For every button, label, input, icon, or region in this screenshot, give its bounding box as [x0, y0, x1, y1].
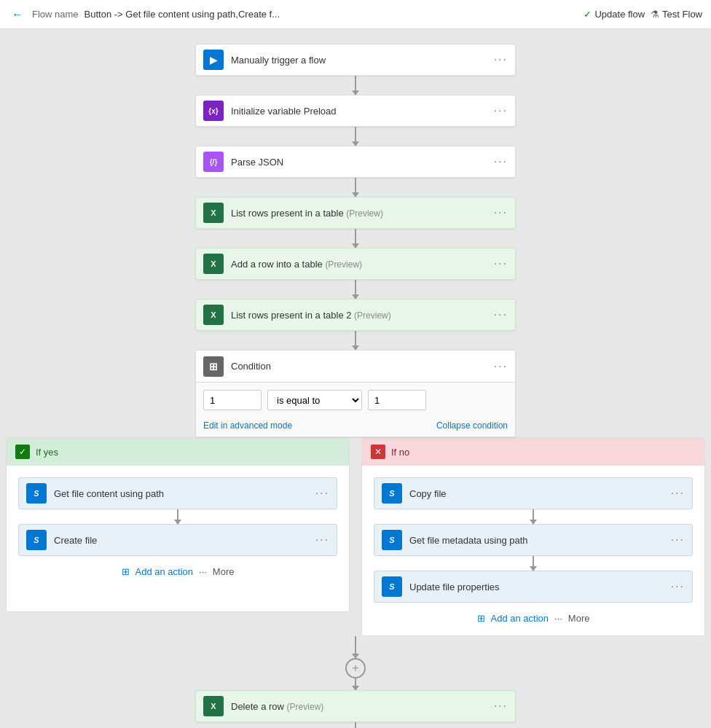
step-list-rows-1: X List rows present in a table (Preview)… — [195, 197, 516, 248]
connector-7 — [355, 722, 356, 728]
step-menu-parse-json[interactable]: ··· — [494, 155, 508, 168]
step-card-delete-row[interactable]: X Delete a row (Preview) ··· — [195, 690, 516, 722]
connector-4 — [355, 229, 356, 248]
update-flow-button[interactable]: ✓ Update flow — [584, 9, 645, 20]
test-flow-button[interactable]: ⚗ Test Flow — [651, 9, 702, 20]
step-card-parse-json[interactable]: {/} Parse JSON ··· — [195, 146, 516, 178]
flow-name-label: Flow name — [32, 9, 79, 20]
step-icon-create-file: S — [26, 530, 47, 550]
condition-menu[interactable]: ··· — [494, 360, 508, 373]
step-icon-list-rows-1: X — [203, 203, 224, 223]
step-menu-list-rows-2[interactable]: ··· — [494, 308, 508, 321]
step-list-rows-2: X List rows present in a table 2 (Previe… — [195, 299, 516, 350]
step-label-parse-json: Parse JSON — [231, 157, 487, 168]
step-icon-add-row: X — [203, 254, 224, 274]
step-icon-get-metadata: S — [382, 530, 402, 550]
flow-title: Button -> Get file content using path,Cr… — [85, 9, 280, 20]
step-menu-add-row[interactable]: ··· — [494, 257, 508, 270]
condition-card: ⊞ Condition ··· is equal to is not equal… — [195, 350, 516, 437]
step-menu-delete-row[interactable]: ··· — [494, 700, 508, 713]
step-menu-list-rows-1[interactable]: ··· — [494, 206, 508, 219]
add-action-icon-no: ⊞ — [477, 613, 485, 624]
add-action-row-no: ⊞ Add an action ··· More — [477, 613, 590, 624]
step-get-file-content[interactable]: S Get file content using path ··· — [18, 477, 337, 509]
step-label-add-row: Add a row into a table (Preview) — [231, 259, 487, 270]
branch-yes-label: If yes — [36, 447, 58, 458]
condition-left-input[interactable] — [203, 390, 262, 410]
branch-yes-panel: ✓ If yes S Get file content using path ·… — [6, 437, 350, 612]
condition-right-input[interactable] — [368, 390, 426, 410]
branch-no-header: ✕ If no — [362, 438, 704, 466]
step-copy-file[interactable]: S Copy file ··· — [374, 477, 693, 509]
condition-body: is equal to is not equal to is greater t… — [196, 383, 515, 418]
step-label-update-props: Update file properties — [409, 582, 664, 592]
init-var-icon: {x} — [208, 107, 218, 115]
add-action-yes-link[interactable]: Add an action — [135, 566, 194, 577]
excel-icon-1: X — [211, 208, 216, 217]
step-icon-list-rows-2: X — [203, 305, 224, 325]
condition-block: ⊞ Condition ··· is equal to is not equal… — [195, 350, 516, 437]
step-label-delete-row: Delete a row (Preview) — [231, 701, 487, 712]
more-yes-link[interactable]: More — [213, 566, 235, 577]
step-menu-get-file[interactable]: ··· — [315, 487, 329, 500]
add-action-icon-yes: ⊞ — [122, 566, 130, 577]
branch-container: ✓ If yes S Get file content using path ·… — [6, 437, 705, 636]
add-action-no-link[interactable]: Add an action — [491, 613, 549, 624]
branch-no-label: If no — [391, 447, 409, 458]
step-menu-init-variable[interactable]: ··· — [494, 104, 508, 117]
step-card-add-row[interactable]: X Add a row into a table (Preview) ··· — [195, 248, 516, 280]
condition-icon: ⊞ — [203, 356, 224, 377]
condition-label: Condition — [231, 361, 487, 372]
step-menu-create-file[interactable]: ··· — [315, 533, 329, 547]
collapse-condition-link[interactable]: Collapse condition — [436, 420, 508, 431]
step-label-get-metadata: Get file metadata using path — [409, 535, 664, 546]
connector-6 — [355, 331, 356, 350]
step-icon-copy-file: S — [382, 483, 402, 504]
step-create-file[interactable]: S Create file ··· — [18, 524, 337, 556]
sp-icon-3: S — [389, 489, 394, 498]
step-get-file-metadata[interactable]: S Get file metadata using path ··· — [374, 524, 693, 556]
add-action-row-yes: ⊞ Add an action ··· More — [122, 566, 235, 577]
step-icon-parse-json: {/} — [203, 152, 224, 172]
back-button[interactable]: ← — [9, 5, 26, 24]
step-menu-copy-file[interactable]: ··· — [671, 487, 685, 500]
sp-icon-4: S — [389, 536, 394, 544]
branch-no-icon: ✕ — [371, 445, 385, 459]
step-menu-get-metadata[interactable]: ··· — [671, 533, 685, 547]
connector-5 — [355, 280, 356, 299]
step-menu-update-props[interactable]: ··· — [671, 580, 685, 593]
step-card-init-variable[interactable]: {x} Initialize variable Preload ··· — [195, 95, 516, 127]
step-init-variable: {x} Initialize variable Preload ··· — [195, 95, 516, 146]
condition-links: Edit in advanced mode Collapse condition — [196, 418, 515, 437]
sp-icon-1: S — [34, 489, 39, 498]
step-parse-json: {/} Parse JSON ··· — [195, 146, 516, 197]
condition-operator-select[interactable]: is equal to is not equal to is greater t… — [267, 390, 362, 410]
step-menu-manual-trigger[interactable]: ··· — [494, 53, 508, 66]
step-card-manual-trigger[interactable]: ▶ Manually trigger a flow ··· — [195, 44, 516, 76]
connector-no-1 — [533, 509, 534, 524]
merge-connector-top — [355, 636, 356, 658]
connector-1 — [355, 76, 356, 95]
step-add-row: X Add a row into a table (Preview) ··· — [195, 248, 516, 299]
edit-advanced-link[interactable]: Edit in advanced mode — [203, 420, 292, 431]
condition-icon-symbol: ⊞ — [209, 361, 218, 372]
excel-icon-3: X — [211, 310, 216, 319]
step-update-file-props[interactable]: S Update file properties ··· — [374, 571, 693, 603]
branch-no-panel: ✕ If no S Copy file ··· S — [361, 437, 705, 636]
step-delete-row: X Delete a row (Preview) ··· — [195, 690, 516, 728]
step-icon-manual-trigger: ▶ — [203, 50, 224, 70]
step-icon-get-file: S — [26, 483, 47, 504]
step-card-list-rows-2[interactable]: X List rows present in a table 2 (Previe… — [195, 299, 516, 331]
test-flow-label: Test Flow — [662, 9, 702, 20]
step-card-list-rows-1[interactable]: X List rows present in a table (Preview)… — [195, 197, 516, 229]
branch-yes-icon: ✓ — [15, 445, 30, 459]
more-no-link[interactable]: More — [568, 613, 590, 624]
step-label-copy-file: Copy file — [409, 488, 664, 499]
step-label-get-file: Get file content using path — [54, 488, 308, 499]
condition-header: ⊞ Condition ··· — [196, 351, 515, 383]
step-label-create-file: Create file — [54, 535, 308, 546]
sp-icon-2: S — [34, 536, 39, 544]
connector-3 — [355, 178, 356, 197]
parse-json-icon: {/} — [210, 158, 218, 166]
step-icon-delete-row: X — [203, 696, 224, 716]
